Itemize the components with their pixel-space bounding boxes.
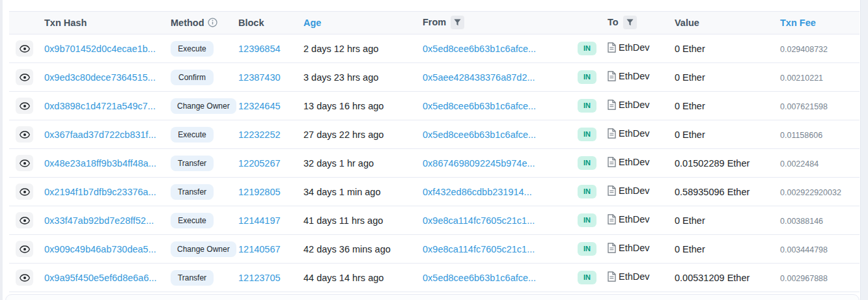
to-address-link[interactable]: EthDev [619,100,650,110]
page-left-gutter [0,0,3,300]
value-text: 0.01502289 Ether [675,158,749,169]
funnel-icon [626,19,634,26]
info-circle-icon[interactable] [208,18,217,27]
txn-hash-link[interactable]: 0x9b701452d0c4ecae1b... [44,44,156,54]
block-link[interactable]: 12232252 [238,130,281,140]
eye-icon [20,188,30,196]
table-row: 0x2194f1b7dfb9c23376a... Transfer 121928… [9,178,860,206]
header-age-sort[interactable]: Age [302,12,421,34]
header-from-label: From [423,17,446,27]
block-link[interactable]: 12396854 [238,44,281,54]
block-link[interactable]: 12324645 [238,101,281,111]
to-address-link[interactable]: EthDev [619,214,650,225]
view-txn-preview-button[interactable] [16,40,33,57]
txn-fee-text: 0.003444798 [780,245,828,254]
direction-badge: IN [578,42,596,55]
direction-badge: IN [578,70,596,84]
transactions-table-card: Txn Hash Method Block Age From To Value … [9,11,860,292]
view-txn-preview-button[interactable] [16,98,33,114]
header-to-label: To [608,17,619,27]
view-txn-preview-button[interactable] [16,212,33,228]
to-filter-button[interactable] [623,16,637,29]
from-filter-button[interactable] [451,16,464,29]
table-body: 0x9b701452d0c4ecae1b... Execute 12396854… [9,34,860,292]
method-badge: Transfer [171,156,214,171]
block-link[interactable]: 12144197 [238,215,281,226]
block-link[interactable]: 12123705 [238,273,281,283]
view-txn-preview-button[interactable] [16,69,33,85]
header-value: Value [673,12,779,34]
contract-document-icon [608,128,616,139]
from-address-link[interactable]: 0x8674698092245b974e... [423,158,535,169]
txn-fee-text: 0.002922920032 [780,188,841,197]
to-address-link[interactable]: EthDev [619,71,650,81]
txn-fee-text: 0.00210221 [780,74,823,83]
from-address-link[interactable]: 0x9e8ca114fc7605c21c1... [423,244,535,254]
next-section-card [5,294,860,300]
transactions-table: Txn Hash Method Block Age From To Value … [9,11,860,292]
eye-icon [20,217,30,225]
header-method-label: Method [171,18,204,28]
from-address-link[interactable]: 0x5ed8cee6b63b1c6afce... [423,44,536,54]
method-badge: Transfer [171,270,214,286]
to-address-link[interactable]: EthDev [619,185,650,196]
txn-hash-link[interactable]: 0x9ed3c80dece7364515... [44,72,156,83]
age-text: 2 days 12 hrs ago [303,44,378,54]
to-address-link[interactable]: EthDev [619,42,650,53]
txn-hash-link[interactable]: 0x48e23a18ff9b3b4ff48a... [44,158,156,169]
from-address-link[interactable]: 0x5ed8cee6b63b1c6afce... [423,273,536,283]
age-text: 34 days 1 min ago [303,187,381,197]
header-txn-hash-label: Txn Hash [44,18,87,28]
view-txn-preview-button[interactable] [16,184,33,200]
header-txn-fee-label: Txn Fee [780,18,816,28]
table-row: 0x9ed3c80dece7364515... Confirm 12387430… [9,63,860,92]
block-link[interactable]: 12140567 [238,244,281,254]
contract-document-icon [608,243,616,253]
contract-document-icon [608,100,616,110]
to-address-link[interactable]: EthDev [619,128,650,139]
from-address-link[interactable]: 0x5ed8cee6b63b1c6afce... [423,101,536,111]
txn-hash-link[interactable]: 0x909c49b46ab730dea5... [44,244,156,254]
block-link[interactable]: 12387430 [238,72,281,83]
header-to: To [606,12,673,34]
age-text: 13 days 16 hrs ago [303,101,384,111]
txn-fee-text: 0.0022484 [780,159,819,169]
txn-hash-link[interactable]: 0x33f47ab92bd7e28ff52... [44,215,154,226]
view-txn-preview-button[interactable] [16,269,33,286]
header-txn-fee-sort[interactable]: Txn Fee [779,12,860,34]
from-address-link[interactable]: 0xf432ed86cdbb231914... [423,187,532,197]
eye-icon [20,74,30,81]
block-link[interactable]: 12192805 [238,187,281,197]
direction-badge: IN [578,185,596,198]
direction-badge: IN [578,242,596,256]
contract-document-icon [608,71,616,81]
to-address-link[interactable]: EthDev [619,243,650,253]
contract-document-icon [608,42,616,53]
to-address-link[interactable]: EthDev [619,271,650,282]
from-address-link[interactable]: 0x5ed8cee6b63b1c6afce... [423,130,536,140]
method-badge: Transfer [171,184,214,200]
to-address-link[interactable]: EthDev [619,157,650,167]
value-text: 0 Ether [675,44,705,54]
view-txn-preview-button[interactable] [16,126,33,143]
view-txn-preview-button[interactable] [16,155,33,171]
txn-hash-link[interactable]: 0x9a95f450e5ef6d8e6a6... [44,273,157,283]
txn-hash-link[interactable]: 0xd3898c1d4721a549c7... [44,101,156,111]
direction-badge: IN [578,156,596,170]
view-txn-preview-button[interactable] [16,241,33,257]
block-link[interactable]: 12205267 [238,158,281,169]
age-text: 44 days 14 hrs ago [303,273,384,283]
value-text: 0.00531209 Ether [675,273,749,283]
from-address-link[interactable]: 0x9e8ca114fc7605c21c1... [423,215,535,226]
direction-badge: IN [578,128,596,141]
from-address-link[interactable]: 0x5aee428438376a87d2... [423,72,535,83]
txn-hash-link[interactable]: 0x2194f1b7dfb9c23376a... [44,187,156,197]
value-text: 0 Ether [675,130,705,140]
table-row: 0x367faad37d722cb831f... Execute 1223225… [9,120,860,149]
table-row: 0x48e23a18ff9b3b4ff48a... Transfer 12205… [9,149,860,178]
value-text: 0 Ether [675,244,705,254]
eye-icon [20,102,30,110]
txn-fee-text: 0.01158606 [780,131,822,140]
txn-fee-text: 0.007621598 [780,102,828,111]
txn-hash-link[interactable]: 0x367faad37d722cb831f... [44,130,156,140]
